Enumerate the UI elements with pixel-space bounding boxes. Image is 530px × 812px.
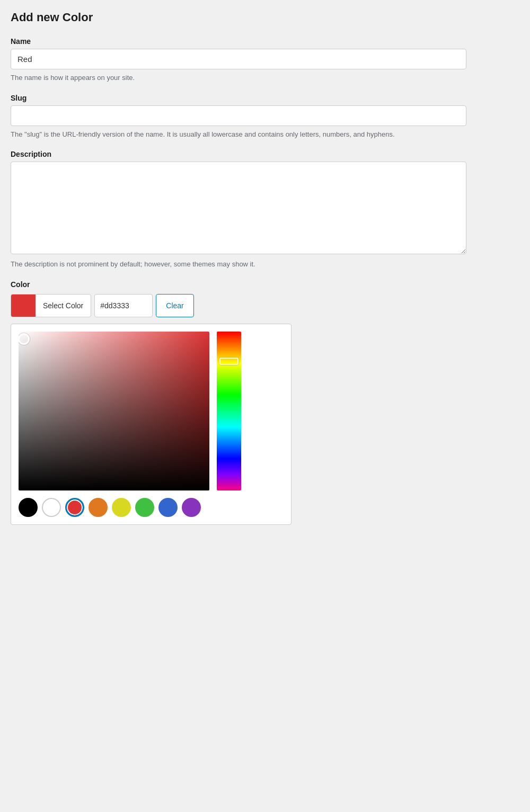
description-input[interactable] <box>11 162 466 254</box>
preset-swatch-white[interactable] <box>42 498 61 517</box>
preset-swatch-green[interactable] <box>135 498 154 517</box>
select-color-button[interactable]: Select Color <box>11 294 91 317</box>
slug-field-group: Slug The "slug" is the URL-friendly vers… <box>11 94 488 140</box>
slug-hint: The "slug" is the URL-friendly version o… <box>11 129 488 140</box>
description-field-group: Description The description is not promi… <box>11 150 488 270</box>
name-input[interactable] <box>11 49 466 69</box>
name-field-group: Name The name is how it appears on your … <box>11 37 488 83</box>
picker-main-area <box>19 332 284 490</box>
preset-swatch-black[interactable] <box>19 498 38 517</box>
saturation-gradient <box>19 332 209 490</box>
page-container: Add new Color Name The name is how it ap… <box>11 11 488 525</box>
name-hint: The name is how it appears on your site. <box>11 73 488 83</box>
preset-swatch-red[interactable] <box>65 498 84 517</box>
preset-swatches-row <box>19 498 284 517</box>
preset-swatch-yellow[interactable] <box>112 498 131 517</box>
slug-label: Slug <box>11 94 488 102</box>
preset-swatch-purple[interactable] <box>182 498 201 517</box>
preset-swatch-blue[interactable] <box>158 498 178 517</box>
hue-handle <box>219 358 238 365</box>
clear-color-button[interactable]: Clear <box>156 294 193 317</box>
slug-input[interactable] <box>11 105 466 126</box>
color-label: Color <box>11 280 488 289</box>
name-label: Name <box>11 37 488 46</box>
color-picker-panel <box>11 324 292 525</box>
description-hint: The description is not prominent by defa… <box>11 259 488 270</box>
color-swatch <box>11 294 36 317</box>
hue-slider[interactable] <box>217 332 241 490</box>
page-title: Add new Color <box>11 11 488 24</box>
description-label: Description <box>11 150 488 158</box>
color-picker-row: Select Color Clear <box>11 294 488 317</box>
preset-swatch-orange[interactable] <box>89 498 108 517</box>
color-hex-input[interactable] <box>94 294 153 317</box>
select-color-label: Select Color <box>36 301 91 310</box>
color-field-group: Color Select Color Clear <box>11 280 488 525</box>
saturation-canvas[interactable] <box>19 332 209 490</box>
